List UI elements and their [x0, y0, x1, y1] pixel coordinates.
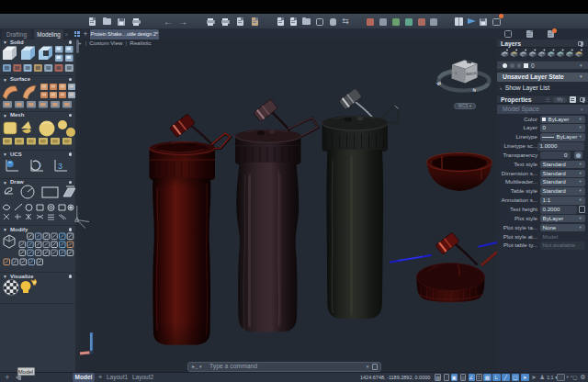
svg-text:x: x	[39, 162, 41, 167]
svg-text:3: 3	[58, 162, 62, 171]
